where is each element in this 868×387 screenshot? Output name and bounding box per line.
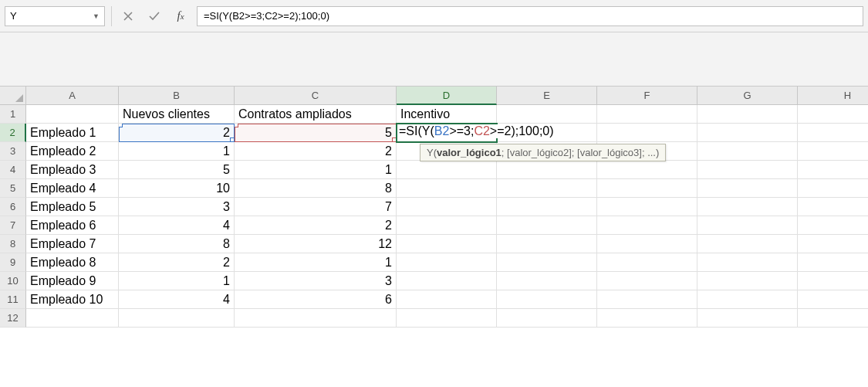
- column-header-C[interactable]: C: [235, 87, 397, 105]
- cell-E5[interactable]: [497, 179, 597, 198]
- cell-H7[interactable]: [798, 216, 868, 235]
- column-header-E[interactable]: E: [497, 87, 597, 105]
- cancel-icon[interactable]: [118, 6, 138, 26]
- row-header-11[interactable]: 11: [0, 290, 26, 309]
- cell-edit-content[interactable]: =SI(Y(B2>=3;C2>=2);100;0): [399, 124, 557, 138]
- cell-E10[interactable]: [497, 272, 597, 290]
- cell-G11[interactable]: [697, 290, 798, 309]
- cell-D11[interactable]: [397, 290, 497, 309]
- cell-C4[interactable]: 1: [235, 161, 397, 179]
- cell-D7[interactable]: [397, 216, 497, 235]
- cell-A12[interactable]: [26, 309, 119, 328]
- column-header-F[interactable]: F: [597, 87, 697, 105]
- cell-G4[interactable]: [697, 161, 798, 179]
- cell-D1[interactable]: Incentivo: [397, 105, 497, 124]
- cell-D12[interactable]: [397, 309, 497, 328]
- cell-F7[interactable]: [597, 216, 697, 235]
- cell-D4[interactable]: [397, 161, 497, 179]
- cell-E4[interactable]: [497, 161, 597, 179]
- cell-B1[interactable]: Nuevos clientes: [119, 105, 235, 124]
- cell-C3[interactable]: 2: [235, 142, 397, 161]
- row-header-9[interactable]: 9: [0, 253, 26, 272]
- cell-H4[interactable]: [798, 161, 868, 179]
- cell-G1[interactable]: [697, 105, 798, 124]
- row-header-3[interactable]: 3: [0, 142, 26, 161]
- cell-E9[interactable]: [497, 253, 597, 272]
- confirm-icon[interactable]: [144, 6, 164, 26]
- cell-A5[interactable]: Empleado 4: [26, 179, 119, 198]
- cell-C2[interactable]: 5: [235, 124, 397, 142]
- cell-B6[interactable]: 3: [119, 198, 235, 216]
- cell-H6[interactable]: [798, 198, 868, 216]
- cell-H1[interactable]: [798, 105, 868, 124]
- cell-E8[interactable]: [497, 235, 597, 253]
- cell-B3[interactable]: 1: [119, 142, 235, 161]
- cell-A9[interactable]: Empleado 8: [26, 253, 119, 272]
- cell-B12[interactable]: [119, 309, 235, 328]
- cell-F2[interactable]: [597, 124, 697, 142]
- cell-A11[interactable]: Empleado 10: [26, 290, 119, 309]
- cell-D2[interactable]: =SI(Y(B2>=3;C2>=2);100;0)Y(valor_lógico1…: [397, 124, 497, 142]
- cell-H2[interactable]: [798, 124, 868, 142]
- row-header-6[interactable]: 6: [0, 198, 26, 216]
- row-header-4[interactable]: 4: [0, 161, 26, 179]
- cell-F4[interactable]: [597, 161, 697, 179]
- cell-B8[interactable]: 8: [119, 235, 235, 253]
- cell-B10[interactable]: 1: [119, 272, 235, 290]
- row-header-10[interactable]: 10: [0, 272, 26, 290]
- cell-E1[interactable]: [497, 105, 597, 124]
- cell-H3[interactable]: [798, 142, 868, 161]
- cell-B4[interactable]: 5: [119, 161, 235, 179]
- column-header-G[interactable]: G: [697, 87, 798, 105]
- column-header-B[interactable]: B: [119, 87, 235, 105]
- select-all-corner[interactable]: [0, 87, 26, 105]
- cell-G7[interactable]: [697, 216, 798, 235]
- cell-A3[interactable]: Empleado 2: [26, 142, 119, 161]
- cell-G10[interactable]: [697, 272, 798, 290]
- cell-E11[interactable]: [497, 290, 597, 309]
- cell-A4[interactable]: Empleado 3: [26, 161, 119, 179]
- cell-G6[interactable]: [697, 198, 798, 216]
- cell-F9[interactable]: [597, 253, 697, 272]
- cell-E7[interactable]: [497, 216, 597, 235]
- cell-H11[interactable]: [798, 290, 868, 309]
- cell-F11[interactable]: [597, 290, 697, 309]
- column-header-H[interactable]: H: [798, 87, 868, 105]
- cell-C9[interactable]: 1: [235, 253, 397, 272]
- cell-B2[interactable]: 2: [119, 124, 235, 142]
- cell-F1[interactable]: [597, 105, 697, 124]
- cell-C6[interactable]: 7: [235, 198, 397, 216]
- row-header-12[interactable]: 12: [0, 309, 26, 328]
- cell-B7[interactable]: 4: [119, 216, 235, 235]
- cell-E6[interactable]: [497, 198, 597, 216]
- cell-B5[interactable]: 10: [119, 179, 235, 198]
- cell-G2[interactable]: [697, 124, 798, 142]
- cell-C10[interactable]: 3: [235, 272, 397, 290]
- cell-C12[interactable]: [235, 309, 397, 328]
- cell-A7[interactable]: Empleado 6: [26, 216, 119, 235]
- cell-C8[interactable]: 12: [235, 235, 397, 253]
- column-header-A[interactable]: A: [26, 87, 119, 105]
- cell-F12[interactable]: [597, 309, 697, 328]
- row-header-5[interactable]: 5: [0, 179, 26, 198]
- cell-D6[interactable]: [397, 198, 497, 216]
- cell-H9[interactable]: [798, 253, 868, 272]
- row-header-1[interactable]: 1: [0, 105, 26, 124]
- chevron-down-icon[interactable]: ▼: [93, 12, 100, 20]
- cell-H8[interactable]: [798, 235, 868, 253]
- cell-D5[interactable]: [397, 179, 497, 198]
- cell-F10[interactable]: [597, 272, 697, 290]
- cell-B11[interactable]: 4: [119, 290, 235, 309]
- cell-C5[interactable]: 8: [235, 179, 397, 198]
- cell-D9[interactable]: [397, 253, 497, 272]
- cell-G5[interactable]: [697, 179, 798, 198]
- row-header-7[interactable]: 7: [0, 216, 26, 235]
- formula-bar[interactable]: =SI(Y(B2>=3;C2>=2);100;0): [197, 6, 863, 26]
- fx-icon[interactable]: fx: [171, 6, 191, 26]
- cell-H5[interactable]: [798, 179, 868, 198]
- cell-C1[interactable]: Contratos ampliados: [235, 105, 397, 124]
- cell-F5[interactable]: [597, 179, 697, 198]
- row-header-2[interactable]: 2: [0, 124, 26, 142]
- cell-C7[interactable]: 2: [235, 216, 397, 235]
- cell-G9[interactable]: [697, 253, 798, 272]
